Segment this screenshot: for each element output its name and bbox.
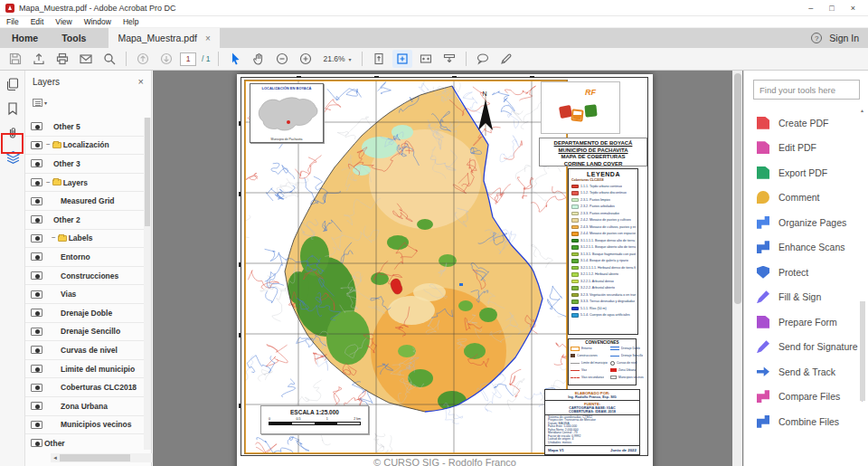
- tool-item[interactable]: Send & Track: [744, 359, 868, 385]
- tab-home[interactable]: Home: [0, 28, 50, 48]
- layer-row[interactable]: − Other 5: [25, 118, 144, 137]
- layer-row[interactable]: − Drenaje Sencillo: [25, 323, 144, 342]
- eye-visibility-icon[interactable]: [31, 159, 42, 167]
- eye-visibility-icon[interactable]: [31, 421, 42, 429]
- tool-item[interactable]: Protect: [744, 260, 868, 285]
- help-icon[interactable]: ?: [811, 33, 822, 43]
- tool-item[interactable]: Create PDF: [744, 110, 868, 136]
- tool-item[interactable]: Compare Files: [744, 385, 868, 410]
- layer-row[interactable]: − Drenaje Doble: [25, 304, 144, 323]
- page-number-input[interactable]: [180, 52, 196, 66]
- eye-visibility-icon[interactable]: [31, 271, 42, 280]
- eye-visibility-icon[interactable]: [31, 290, 42, 299]
- expand-icon[interactable]: −: [46, 179, 51, 186]
- page-thumbnails-button[interactable]: [0, 73, 25, 95]
- tool-item[interactable]: Enhance Scans: [744, 235, 868, 261]
- eye-visibility-icon[interactable]: [31, 252, 42, 261]
- restore-button[interactable]: □: [829, 4, 834, 13]
- minimize-button[interactable]: –: [808, 4, 813, 13]
- layer-row[interactable]: − Vias: [25, 285, 144, 304]
- bookmarks-button[interactable]: [0, 98, 25, 119]
- layer-row[interactable]: − Limite del municipio: [25, 360, 144, 379]
- layers-vertical-scrollbar[interactable]: ▾: [144, 118, 151, 450]
- tool-item[interactable]: Organize Pages: [744, 210, 868, 235]
- fit-height-button[interactable]: [369, 50, 389, 68]
- tool-item[interactable]: Send for Signature: [744, 335, 868, 360]
- layer-row[interactable]: − Entorno: [25, 248, 144, 267]
- tool-item[interactable]: Combine Files: [744, 409, 868, 434]
- tool-item[interactable]: Edit PDF: [744, 136, 868, 161]
- layer-row[interactable]: − Coberturas CLC2018: [25, 378, 144, 397]
- zoom-out-button[interactable]: [272, 50, 292, 68]
- eye-visibility-icon[interactable]: [31, 402, 42, 410]
- layer-row[interactable]: − Other: [25, 434, 144, 450]
- eye-visibility-icon[interactable]: [31, 215, 42, 223]
- tools-scrollbar-thumb[interactable]: [860, 301, 865, 401]
- menu-item[interactable]: Help: [123, 17, 138, 26]
- legend-swatch: [571, 307, 579, 311]
- menu-item[interactable]: File: [6, 17, 19, 26]
- menu-item[interactable]: Window: [84, 17, 111, 26]
- layer-row[interactable]: − Other 3: [25, 155, 144, 174]
- sign-in-button[interactable]: Sign In: [829, 33, 859, 43]
- print-button[interactable]: [52, 50, 72, 68]
- zoom-level-dropdown[interactable]: 21.6% ▾: [319, 52, 354, 65]
- layer-row[interactable]: − Other 2: [25, 211, 144, 230]
- layer-row[interactable]: − Layers: [25, 174, 144, 193]
- eye-visibility-icon[interactable]: [31, 328, 42, 336]
- layer-row[interactable]: − Zona Urbana: [25, 397, 144, 416]
- legend-item: 3.2.1.1.1.1. Herbazal denso de tierra fi…: [571, 264, 636, 271]
- eye-visibility-icon[interactable]: [31, 384, 42, 392]
- eye-visibility-icon[interactable]: [31, 365, 42, 373]
- tool-item[interactable]: Fill & Sign: [744, 285, 868, 310]
- menu-item[interactable]: Edit: [31, 17, 44, 26]
- layer-row[interactable]: − Municipios vecinos: [25, 416, 144, 435]
- layers-panel-close-icon[interactable]: ×: [138, 76, 144, 87]
- eye-visibility-icon[interactable]: [31, 309, 42, 317]
- eye-visibility-icon[interactable]: [31, 141, 42, 149]
- layers-options-button[interactable]: ▾: [25, 92, 151, 112]
- document-scrollbar[interactable]: [732, 71, 742, 466]
- select-tool-button[interactable]: [225, 50, 245, 68]
- tab-document[interactable]: Mapa_Muestra.pdf ×: [108, 28, 219, 48]
- eye-visibility-icon[interactable]: [31, 234, 42, 243]
- tab-tools[interactable]: Tools: [50, 28, 98, 48]
- fit-page-button[interactable]: [392, 50, 412, 68]
- expand-icon[interactable]: −: [52, 234, 56, 242]
- save-button[interactable]: [5, 50, 25, 68]
- zoom-in-button[interactable]: [296, 50, 316, 68]
- eye-visibility-icon[interactable]: [31, 439, 42, 447]
- fit-width-button[interactable]: [416, 50, 436, 68]
- layer-row[interactable]: − Construcciones: [25, 267, 144, 286]
- share-button[interactable]: [29, 50, 49, 68]
- layer-row[interactable]: − Measured Grid: [25, 192, 144, 211]
- eye-visibility-icon[interactable]: [31, 197, 42, 205]
- close-button[interactable]: ×: [851, 4, 855, 13]
- search-button[interactable]: [99, 50, 119, 68]
- tool-item[interactable]: Comment: [744, 185, 868, 211]
- previous-page-button[interactable]: [133, 50, 153, 68]
- scroll-left-icon[interactable]: ◂: [51, 454, 60, 461]
- expand-icon[interactable]: −: [46, 141, 51, 148]
- document-area[interactable]: N LOCA: [153, 71, 743, 466]
- next-page-button[interactable]: [156, 50, 176, 68]
- tools-search-input[interactable]: [753, 80, 860, 100]
- layer-row[interactable]: − Localización: [25, 137, 144, 156]
- export-pdf-icon: [757, 166, 769, 179]
- tool-item[interactable]: Prepare Form: [744, 309, 868, 335]
- highlight-button[interactable]: [496, 50, 516, 68]
- eye-visibility-icon[interactable]: [31, 346, 42, 354]
- tool-item[interactable]: Export PDF: [744, 160, 868, 185]
- comment-button[interactable]: [473, 50, 493, 68]
- tools-scroll-up-icon[interactable]: ▴: [858, 107, 866, 113]
- email-button[interactable]: [76, 50, 96, 68]
- eye-visibility-icon[interactable]: [31, 122, 42, 130]
- pdf-page[interactable]: N LOCA: [237, 74, 653, 466]
- layer-row[interactable]: − Labels: [25, 230, 144, 249]
- document-tab-close-icon[interactable]: ×: [205, 33, 211, 43]
- menu-item[interactable]: View: [55, 17, 71, 26]
- eye-visibility-icon[interactable]: [31, 178, 42, 186]
- layer-row[interactable]: − Curvas de nivel: [25, 341, 144, 360]
- read-mode-button[interactable]: [439, 50, 459, 68]
- hand-tool-button[interactable]: [249, 50, 269, 68]
